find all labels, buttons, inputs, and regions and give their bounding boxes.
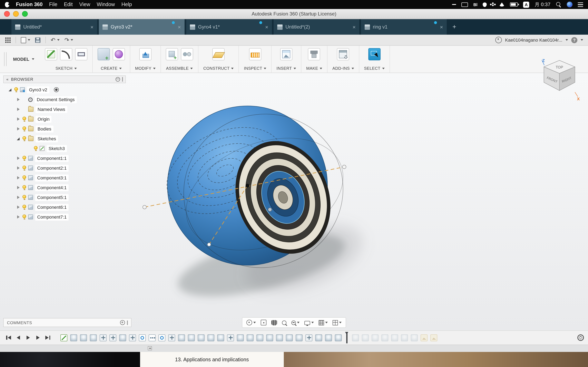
timeline-feature-solid-icon[interactable] — [296, 334, 303, 341]
look-at-tool[interactable] — [258, 318, 269, 327]
document-tab-ring-v1[interactable]: ring v1× — [361, 19, 447, 35]
zoom-window-tool[interactable] — [279, 318, 289, 327]
ribbon-group-label-inspect[interactable]: INSPECT — [244, 66, 267, 71]
timeline-feature-circle-icon[interactable] — [158, 334, 165, 341]
user-account-name[interactable]: Kae0104nagano Kae0104r... — [505, 38, 562, 42]
create-sketch-icon[interactable] — [45, 48, 57, 60]
timeline-feature-solid-icon[interactable] — [70, 334, 77, 341]
timeline-feature-move-icon[interactable] — [227, 334, 234, 341]
ribbon-group-label-modify[interactable]: MODIFY — [135, 66, 155, 71]
panel-handle-icon[interactable] — [127, 320, 128, 325]
apple-menu-icon[interactable] — [5, 2, 9, 7]
ribbon-group-label-sketch[interactable]: SKETCH — [56, 66, 77, 71]
browser-header[interactable]: « BROWSER — [3, 75, 126, 83]
add-comment-icon[interactable] — [120, 320, 125, 325]
play-button[interactable] — [24, 334, 33, 342]
browser-item-origin[interactable]: Origin — [3, 114, 126, 124]
make-3dprint-icon[interactable] — [308, 48, 320, 60]
new-component-icon[interactable] — [166, 48, 178, 60]
timeline-position-marker[interactable] — [345, 332, 349, 343]
battery-status-icon[interactable] — [510, 2, 518, 7]
visibility-bulb-icon[interactable] — [34, 146, 38, 151]
new-document-tab-button[interactable]: + — [448, 23, 460, 31]
browser-item-component3-1[interactable]: Component3:1 — [3, 173, 126, 183]
viewport[interactable]: « BROWSER Gyro3 v2Document SettingsNamed… — [0, 73, 588, 330]
paw-status-icon[interactable] — [492, 4, 494, 6]
menu-item-view[interactable]: View — [79, 2, 90, 7]
collapse-panel-icon[interactable]: « — [6, 77, 9, 81]
ribbon-group-label-make[interactable]: MAKE — [306, 66, 322, 71]
visibility-bulb-icon[interactable] — [22, 126, 26, 131]
job-status-clock-icon[interactable] — [495, 37, 502, 43]
disclosure-collapsed-icon[interactable] — [16, 176, 20, 180]
visibility-bulb-icon[interactable] — [22, 215, 26, 219]
timeline-feature-solid-icon[interactable] — [217, 334, 224, 341]
timeline-feature-pattern-icon[interactable] — [149, 334, 156, 341]
timeline-feature-solid-icon[interactable] — [188, 334, 195, 341]
timeline-feature-solid-icon[interactable] — [247, 334, 254, 341]
data-panel-grid-icon[interactable] — [5, 37, 11, 43]
notification-center-icon[interactable] — [578, 2, 583, 7]
timeline-feature-solid-icon[interactable] — [266, 334, 273, 341]
timeline-feature-solid-icon[interactable] — [352, 334, 359, 341]
browser-item-component1-1[interactable]: Component1:1 — [3, 153, 126, 163]
timeline-feature-solid-icon[interactable] — [178, 334, 185, 341]
joint-icon[interactable] — [181, 48, 193, 60]
visibility-bulb-icon[interactable] — [22, 195, 26, 200]
go-to-start-button[interactable] — [4, 334, 13, 342]
visibility-bulb-icon[interactable] — [22, 136, 26, 141]
timeline-feature-solid-icon[interactable] — [401, 334, 408, 341]
timeline-feature-move-icon[interactable] — [100, 334, 107, 341]
visibility-bulb-icon[interactable] — [22, 175, 26, 180]
timeline-feature-solid-icon[interactable] — [80, 334, 87, 341]
axis-endpoint[interactable] — [143, 205, 146, 209]
timeline-feature-solid-icon[interactable] — [372, 334, 379, 341]
disclosure-collapsed-icon[interactable] — [16, 156, 20, 160]
timeline-feature-move-icon[interactable] — [168, 334, 175, 341]
spotlight-search-icon[interactable] — [556, 2, 562, 7]
timeline-feature-solid-icon[interactable] — [276, 334, 283, 341]
timeline-feature-solid-icon[interactable] — [119, 334, 126, 341]
close-tab-icon[interactable]: × — [90, 24, 94, 30]
ribbon-group-label-select[interactable]: SELECT — [364, 66, 384, 71]
keyboard-status-icon[interactable]: Bl — [474, 2, 477, 7]
ribbon-group-label-insert[interactable]: INSERT — [277, 66, 296, 71]
construction-plane-icon[interactable] — [212, 48, 225, 60]
disclosure-expanded-icon[interactable] — [8, 88, 12, 92]
ring-center-point[interactable] — [268, 208, 272, 211]
timeline-feature-solid-icon[interactable] — [256, 334, 263, 341]
undo-button[interactable]: ↶ — [51, 37, 60, 43]
view-cube[interactable]: Z TOP FRONT RIGHT X — [539, 56, 580, 101]
timeline-feature-solid-icon[interactable] — [325, 334, 332, 341]
menu-item-edit[interactable]: Edit — [64, 2, 73, 7]
disclosure-collapsed-icon[interactable] — [16, 98, 20, 101]
document-tab-gyro4-v1[interactable]: Gyro4 v1*× — [186, 19, 272, 35]
disclosure-collapsed-icon[interactable] — [16, 215, 20, 219]
step-forward-button[interactable] — [34, 334, 43, 342]
app-menu-title[interactable]: Fusion 360 — [16, 2, 43, 7]
browser-item-component4-1[interactable]: Component4:1 — [3, 183, 126, 192]
close-tab-icon[interactable]: × — [178, 24, 181, 30]
visibility-bulb-icon[interactable] — [22, 117, 26, 122]
grid-display-tool[interactable] — [316, 318, 330, 327]
timeline-feature-solid-icon[interactable] — [362, 334, 369, 341]
wifi-status-icon[interactable] — [499, 2, 505, 7]
display-status-icon[interactable] — [462, 2, 468, 7]
menu-item-window[interactable]: Window — [97, 2, 115, 7]
panel-handle-icon[interactable] — [122, 77, 123, 82]
display-mode-icon[interactable] — [116, 77, 120, 82]
insert-canvas-icon[interactable] — [280, 48, 292, 60]
disclosure-collapsed-icon[interactable] — [16, 117, 20, 121]
disclosure-expanded-icon[interactable] — [16, 137, 20, 141]
visibility-bulb-icon[interactable] — [22, 185, 26, 190]
timeline-settings-gear-icon[interactable] — [577, 334, 584, 341]
timeline-feature-circle-icon[interactable] — [139, 334, 146, 341]
ribbon-group-label-add-ins[interactable]: ADD-INS — [332, 66, 354, 71]
timeline-feature-solid-icon[interactable] — [208, 334, 214, 341]
display-settings-tool[interactable] — [302, 318, 316, 327]
timeline-feature-solid-icon[interactable] — [286, 334, 293, 341]
browser-item-component6-1[interactable]: Component6:1 — [3, 202, 126, 212]
timeline-zoom-handle[interactable] — [148, 346, 152, 350]
timeline-feature-solid-icon[interactable] — [335, 334, 342, 341]
measure-icon[interactable] — [249, 48, 261, 60]
